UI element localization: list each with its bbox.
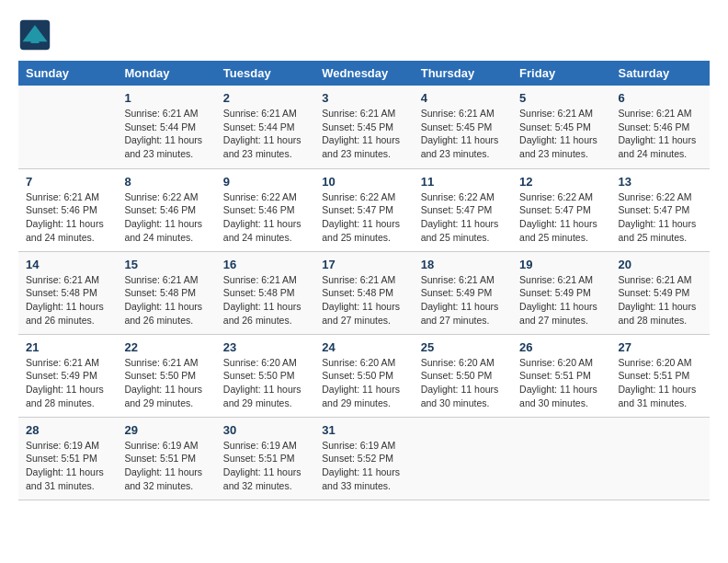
calendar-cell: 23Sunrise: 6:20 AM Sunset: 5:50 PM Dayli…: [216, 334, 314, 417]
week-row-4: 21Sunrise: 6:21 AM Sunset: 5:49 PM Dayli…: [18, 334, 710, 417]
calendar-cell: 16Sunrise: 6:21 AM Sunset: 5:48 PM Dayli…: [216, 251, 314, 334]
calendar-cell: 6Sunrise: 6:21 AM Sunset: 5:46 PM Daylig…: [611, 86, 710, 168]
day-info: Sunrise: 6:21 AM Sunset: 5:48 PM Dayligh…: [223, 273, 307, 327]
day-info: Sunrise: 6:22 AM Sunset: 5:47 PM Dayligh…: [619, 190, 702, 245]
calendar-cell: [512, 417, 610, 500]
calendar-cell: 20Sunrise: 6:21 AM Sunset: 5:49 PM Dayli…: [611, 251, 710, 334]
day-info: Sunrise: 6:21 AM Sunset: 5:45 PM Dayligh…: [519, 107, 603, 161]
day-number: 7: [26, 175, 109, 189]
calendar-cell: 4Sunrise: 6:21 AM Sunset: 5:45 PM Daylig…: [414, 86, 512, 168]
day-info: Sunrise: 6:19 AM Sunset: 5:52 PM Dayligh…: [322, 439, 405, 493]
week-row-5: 28Sunrise: 6:19 AM Sunset: 5:51 PM Dayli…: [18, 417, 710, 500]
header-saturday: Saturday: [611, 61, 710, 86]
day-number: 11: [421, 175, 505, 189]
day-info: Sunrise: 6:19 AM Sunset: 5:51 PM Dayligh…: [124, 439, 208, 493]
calendar-cell: 2Sunrise: 6:21 AM Sunset: 5:44 PM Daylig…: [216, 86, 314, 168]
day-number: 25: [421, 340, 505, 354]
day-info: Sunrise: 6:22 AM Sunset: 5:46 PM Dayligh…: [124, 190, 208, 245]
calendar-cell: 10Sunrise: 6:22 AM Sunset: 5:47 PM Dayli…: [314, 168, 413, 251]
day-info: Sunrise: 6:22 AM Sunset: 5:47 PM Dayligh…: [322, 190, 405, 245]
day-info: Sunrise: 6:21 AM Sunset: 5:45 PM Dayligh…: [421, 107, 505, 161]
day-info: Sunrise: 6:21 AM Sunset: 5:44 PM Dayligh…: [124, 107, 208, 161]
calendar-cell: 14Sunrise: 6:21 AM Sunset: 5:48 PM Dayli…: [18, 251, 117, 334]
day-number: 5: [519, 91, 603, 105]
calendar-cell: 19Sunrise: 6:21 AM Sunset: 5:49 PM Dayli…: [512, 251, 610, 334]
day-number: 24: [322, 340, 405, 354]
day-number: 30: [223, 423, 307, 437]
day-info: Sunrise: 6:22 AM Sunset: 5:47 PM Dayligh…: [519, 190, 603, 245]
day-info: Sunrise: 6:21 AM Sunset: 5:49 PM Dayligh…: [421, 273, 505, 327]
calendar-cell: 28Sunrise: 6:19 AM Sunset: 5:51 PM Dayli…: [18, 417, 117, 500]
day-number: 27: [619, 340, 702, 354]
calendar-cell: 3Sunrise: 6:21 AM Sunset: 5:45 PM Daylig…: [314, 86, 413, 168]
day-number: 29: [124, 423, 208, 437]
calendar-cell: 21Sunrise: 6:21 AM Sunset: 5:49 PM Dayli…: [18, 334, 117, 417]
calendar-cell: 1Sunrise: 6:21 AM Sunset: 5:44 PM Daylig…: [117, 86, 215, 168]
logo-icon: [18, 18, 51, 52]
day-info: Sunrise: 6:20 AM Sunset: 5:51 PM Dayligh…: [619, 356, 702, 410]
day-number: 23: [223, 340, 307, 354]
header-monday: Monday: [117, 61, 215, 86]
day-number: 17: [322, 258, 405, 271]
day-info: Sunrise: 6:21 AM Sunset: 5:50 PM Dayligh…: [124, 356, 208, 410]
day-number: 13: [619, 175, 702, 189]
day-number: 28: [26, 423, 109, 437]
header-wednesday: Wednesday: [314, 61, 413, 86]
day-info: Sunrise: 6:21 AM Sunset: 5:49 PM Dayligh…: [519, 273, 603, 327]
calendar-cell: [611, 417, 710, 500]
calendar-cell: 13Sunrise: 6:22 AM Sunset: 5:47 PM Dayli…: [611, 168, 710, 251]
day-number: 15: [124, 258, 208, 271]
day-number: 21: [26, 340, 109, 354]
day-number: 19: [519, 258, 603, 271]
day-info: Sunrise: 6:21 AM Sunset: 5:48 PM Dayligh…: [322, 273, 405, 327]
calendar-header-row: SundayMondayTuesdayWednesdayThursdayFrid…: [18, 61, 710, 86]
day-number: 4: [421, 91, 505, 105]
day-info: Sunrise: 6:21 AM Sunset: 5:49 PM Dayligh…: [619, 273, 702, 327]
calendar-cell: 29Sunrise: 6:19 AM Sunset: 5:51 PM Dayli…: [117, 417, 215, 500]
calendar-cell: 5Sunrise: 6:21 AM Sunset: 5:45 PM Daylig…: [512, 86, 610, 168]
day-info: Sunrise: 6:20 AM Sunset: 5:51 PM Dayligh…: [519, 356, 603, 410]
day-number: 3: [322, 91, 405, 105]
day-info: Sunrise: 6:21 AM Sunset: 5:49 PM Dayligh…: [26, 356, 109, 410]
svg-rect-2: [31, 37, 40, 43]
header-thursday: Thursday: [414, 61, 512, 86]
week-row-3: 14Sunrise: 6:21 AM Sunset: 5:48 PM Dayli…: [18, 251, 710, 334]
day-info: Sunrise: 6:21 AM Sunset: 5:44 PM Dayligh…: [223, 107, 307, 161]
day-number: 9: [223, 175, 307, 189]
calendar-cell: 8Sunrise: 6:22 AM Sunset: 5:46 PM Daylig…: [117, 168, 215, 251]
calendar-cell: 15Sunrise: 6:21 AM Sunset: 5:48 PM Dayli…: [117, 251, 215, 334]
calendar-cell: 7Sunrise: 6:21 AM Sunset: 5:46 PM Daylig…: [18, 168, 117, 251]
day-info: Sunrise: 6:22 AM Sunset: 5:46 PM Dayligh…: [223, 190, 307, 245]
calendar-cell: [18, 86, 117, 168]
day-info: Sunrise: 6:19 AM Sunset: 5:51 PM Dayligh…: [223, 439, 307, 493]
logo: [18, 18, 55, 52]
day-number: 6: [619, 91, 702, 105]
day-info: Sunrise: 6:21 AM Sunset: 5:45 PM Dayligh…: [322, 107, 405, 161]
day-number: 16: [223, 258, 307, 271]
calendar-cell: 12Sunrise: 6:22 AM Sunset: 5:47 PM Dayli…: [512, 168, 610, 251]
day-number: 14: [26, 258, 109, 271]
day-number: 8: [124, 175, 208, 189]
day-info: Sunrise: 6:19 AM Sunset: 5:51 PM Dayligh…: [26, 439, 109, 493]
day-number: 1: [124, 91, 208, 105]
header-tuesday: Tuesday: [216, 61, 314, 86]
calendar-cell: 30Sunrise: 6:19 AM Sunset: 5:51 PM Dayli…: [216, 417, 314, 500]
day-info: Sunrise: 6:21 AM Sunset: 5:46 PM Dayligh…: [26, 190, 109, 245]
calendar-cell: [414, 417, 512, 500]
day-number: 12: [519, 175, 603, 189]
calendar-cell: 17Sunrise: 6:21 AM Sunset: 5:48 PM Dayli…: [314, 251, 413, 334]
day-info: Sunrise: 6:20 AM Sunset: 5:50 PM Dayligh…: [223, 356, 307, 410]
day-number: 18: [421, 258, 505, 271]
calendar-cell: 24Sunrise: 6:20 AM Sunset: 5:50 PM Dayli…: [314, 334, 413, 417]
calendar-cell: 9Sunrise: 6:22 AM Sunset: 5:46 PM Daylig…: [216, 168, 314, 251]
calendar-cell: 11Sunrise: 6:22 AM Sunset: 5:47 PM Dayli…: [414, 168, 512, 251]
header-friday: Friday: [512, 61, 610, 86]
day-info: Sunrise: 6:20 AM Sunset: 5:50 PM Dayligh…: [322, 356, 405, 410]
calendar-cell: 25Sunrise: 6:20 AM Sunset: 5:50 PM Dayli…: [414, 334, 512, 417]
day-info: Sunrise: 6:20 AM Sunset: 5:50 PM Dayligh…: [421, 356, 505, 410]
day-info: Sunrise: 6:21 AM Sunset: 5:48 PM Dayligh…: [26, 273, 109, 327]
day-number: 22: [124, 340, 208, 354]
day-number: 26: [519, 340, 603, 354]
day-info: Sunrise: 6:21 AM Sunset: 5:48 PM Dayligh…: [124, 273, 208, 327]
calendar-cell: 26Sunrise: 6:20 AM Sunset: 5:51 PM Dayli…: [512, 334, 610, 417]
